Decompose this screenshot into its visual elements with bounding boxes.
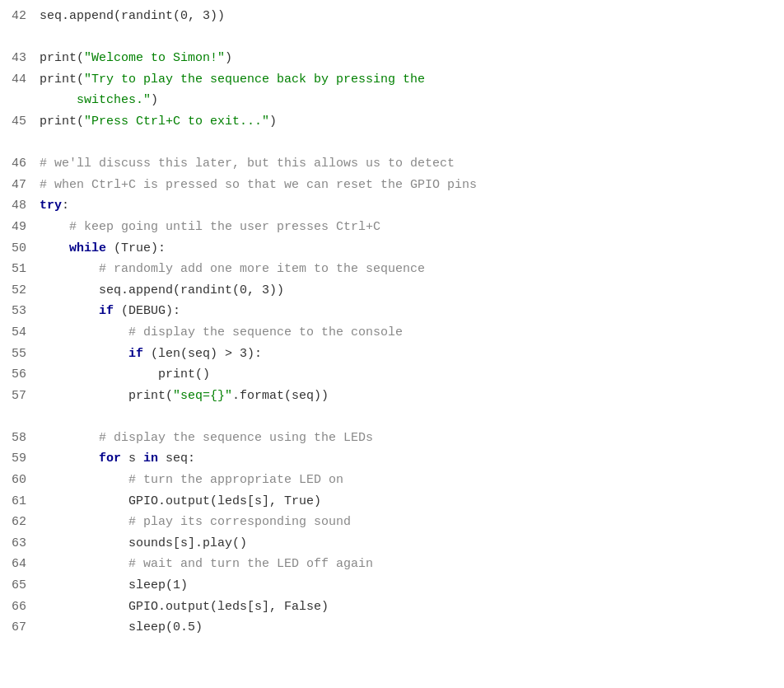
token-normal: .format(seq)) (232, 389, 329, 403)
token-normal: ) (225, 51, 232, 65)
token-normal (40, 241, 69, 255)
line-number: 56 (0, 365, 40, 385)
line-content: # turn the appropriate LED on (40, 470, 784, 490)
line-content: for s in seq: (40, 449, 784, 469)
token-str: switches." (77, 93, 151, 107)
token-normal: print() (40, 367, 210, 381)
token-normal: GPIO.output(leds[s], True) (40, 494, 321, 508)
line-number: 62 (0, 512, 40, 532)
line-content: # display the sequence to the console (40, 323, 784, 343)
code-line: 54 # display the sequence to the console (0, 323, 784, 344)
code-line: 65 sleep(1) (0, 576, 784, 597)
line-number: 43 (0, 49, 40, 68)
line-content: print() (40, 365, 784, 385)
code-line: 63 sounds[s].play() (0, 534, 784, 555)
line-content: print("Try to play the sequence back by … (40, 70, 784, 90)
token-normal: seq.append(randint(0, 3)) (40, 9, 225, 23)
token-normal: ) (151, 93, 158, 107)
token-kw: for (99, 452, 121, 466)
token-str: "Welcome to Simon!" (84, 51, 225, 65)
token-normal: GPIO.output(leds[s], False) (40, 600, 329, 614)
token-comment: # display the sequence using the LEDs (99, 431, 373, 445)
line-content: try: (40, 196, 784, 216)
token-comment: # turn the appropriate LED on (128, 473, 343, 487)
line-content: if (len(seq) > 3): (40, 344, 784, 364)
line-content: # keep going until the user presses Ctrl… (40, 218, 784, 237)
line-number: 45 (0, 112, 40, 132)
code-line: 57 print("seq={}".format(seq)) (0, 386, 784, 408)
token-normal: sounds[s].play() (40, 536, 247, 550)
token-normal: s (121, 452, 143, 466)
line-number: 51 (0, 260, 40, 279)
line-content: print("Welcome to Simon!") (40, 49, 784, 68)
token-normal: sleep(0.5) (40, 620, 203, 634)
token-normal (40, 262, 99, 276)
token-normal: print( (40, 73, 84, 87)
token-kw: try (40, 199, 62, 213)
token-kw: while (69, 241, 106, 255)
code-container: 42seq.append(randint(0, 3))43print("Welc… (0, 0, 784, 688)
line-number: 54 (0, 323, 40, 343)
line-number: 47 (0, 176, 40, 195)
code-line: 51 # randomly add one more item to the s… (0, 260, 784, 281)
code-line: 46# we'll discuss this later, but this a… (0, 154, 784, 176)
code-line: 66 GPIO.output(leds[s], False) (0, 597, 784, 619)
token-comment: # when Ctrl+C is pressed so that we can … (40, 178, 477, 192)
code-line: 42seq.append(randint(0, 3)) (0, 7, 784, 28)
line-content: sounds[s].play() (40, 534, 784, 554)
code-line: 50 while (True): (0, 239, 784, 260)
line-number: 52 (0, 281, 40, 301)
line-content: if (DEBUG): (40, 302, 784, 321)
line-content: # randomly add one more item to the sequ… (40, 260, 784, 279)
line-number: 53 (0, 302, 40, 321)
line-content: seq.append(randint(0, 3)) (40, 7, 784, 26)
code-line (0, 28, 784, 49)
token-comment: # play its corresponding sound (128, 515, 351, 529)
code-line: 45print("Press Ctrl+C to exit...") (0, 112, 784, 133)
token-str: "seq={}" (173, 389, 232, 403)
code-line: 62 # play its corresponding sound (0, 512, 784, 534)
line-content: seq.append(randint(0, 3)) (40, 281, 784, 301)
token-comment: # keep going until the user presses Ctrl… (69, 220, 380, 234)
code-line: 44print("Try to play the sequence back b… (0, 70, 784, 91)
code-line: 48try: (0, 196, 784, 218)
token-normal: (len(seq) > 3): (143, 347, 262, 361)
token-normal (40, 347, 128, 361)
code-line: 59 for s in seq: (0, 449, 784, 470)
line-number: 50 (0, 239, 40, 259)
token-normal (40, 473, 128, 487)
token-normal: sleep(1) (40, 578, 188, 592)
line-number: 65 (0, 576, 40, 596)
token-normal (40, 515, 128, 529)
code-line: 67 sleep(0.5) (0, 618, 784, 639)
token-normal: seq.append(randint(0, 3)) (40, 283, 284, 297)
line-number: 61 (0, 492, 40, 512)
line-number: 67 (0, 618, 40, 638)
token-normal: seq: (158, 452, 195, 466)
code-line: 47# when Ctrl+C is pressed so that we ca… (0, 176, 784, 197)
token-comment: # we'll discuss this later, but this all… (40, 157, 455, 171)
code-line: 56 print() (0, 365, 784, 386)
code-line: 55 if (len(seq) > 3): (0, 344, 784, 366)
code-line: switches.") (0, 91, 784, 112)
code-line: 58 # display the sequence using the LEDs (0, 428, 784, 450)
token-normal (40, 304, 99, 318)
code-line: 43print("Welcome to Simon!") (0, 49, 784, 70)
code-line: 52 seq.append(randint(0, 3)) (0, 281, 784, 302)
code-line (0, 407, 784, 428)
line-number: 66 (0, 597, 40, 617)
line-number: 49 (0, 218, 40, 237)
token-normal: (True): (106, 241, 166, 255)
line-content: # wait and turn the LED off again (40, 555, 784, 574)
line-content: # display the sequence using the LEDs (40, 428, 784, 448)
line-number: 46 (0, 154, 40, 174)
code-line: 60 # turn the appropriate LED on (0, 470, 784, 492)
token-normal (40, 431, 99, 445)
token-comment: # display the sequence to the console (128, 325, 403, 339)
line-content: sleep(0.5) (40, 618, 784, 638)
line-number: 57 (0, 386, 40, 406)
line-content: print("seq={}".format(seq)) (40, 386, 784, 406)
token-normal: print( (40, 51, 84, 65)
line-content: while (True): (40, 239, 784, 259)
line-number: 64 (0, 555, 40, 574)
